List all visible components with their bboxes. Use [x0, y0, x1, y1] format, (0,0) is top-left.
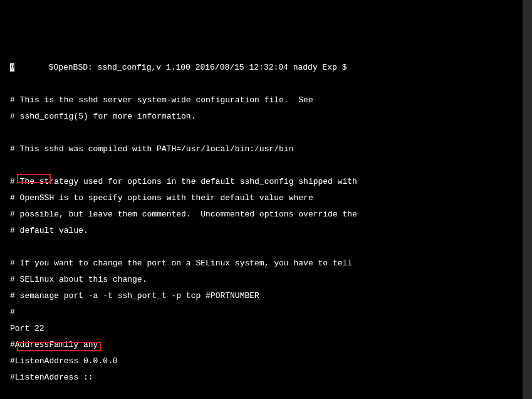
config-line: # The strategy used for options in the d…: [10, 178, 513, 186]
config-line: #AddressFamily any: [10, 341, 513, 349]
config-line: Port 22: [10, 324, 513, 332]
cursor: #: [10, 63, 14, 72]
config-line: #ListenAddress ::: [10, 373, 513, 381]
config-line: # This is the sshd server system-wide co…: [10, 96, 513, 104]
config-line: # If you want to change the port on a SE…: [10, 259, 513, 267]
config-line: # default value.: [10, 226, 513, 235]
config-line: # This sshd was compiled with PATH=/usr/…: [10, 145, 513, 153]
config-line: # semanage port -a -t ssh_port_t -p tcp …: [10, 292, 513, 300]
config-line: [10, 390, 513, 398]
config-line: [10, 129, 513, 137]
config-line: [10, 80, 513, 88]
config-line: # OpenSSH is to specify options with the…: [10, 194, 513, 202]
config-line: # sshd_config(5) for more information.: [10, 112, 513, 120]
config-line: # $OpenBSD: sshd_config,v 1.100 2016/08/…: [10, 63, 513, 72]
config-line: # SELinux about this change.: [10, 275, 513, 284]
config-line: #ListenAddress 0.0.0.0: [10, 357, 513, 365]
config-line: #: [10, 308, 513, 316]
config-line: # possible, but leave them commented. Un…: [10, 210, 513, 218]
config-line: [10, 161, 513, 169]
config-line: [10, 243, 513, 251]
terminal-editor[interactable]: # $OpenBSD: sshd_config,v 1.100 2016/08/…: [10, 39, 513, 399]
